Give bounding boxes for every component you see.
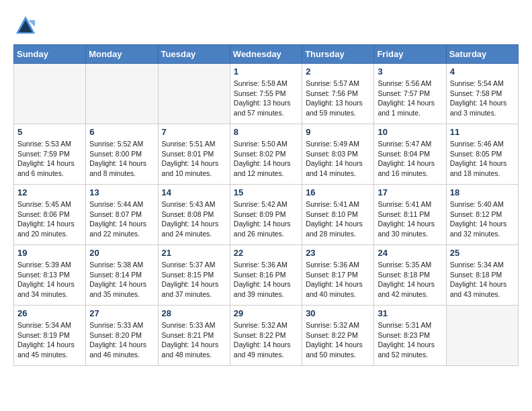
calendar-cell: 23Sunrise: 5:36 AMSunset: 8:17 PMDayligh… xyxy=(302,245,374,306)
weekday-sunday: Sunday xyxy=(14,45,86,64)
day-number: 11 xyxy=(450,127,515,137)
day-info: Sunrise: 5:31 AMSunset: 8:23 PMDaylight:… xyxy=(378,320,442,360)
calendar-cell: 30Sunrise: 5:32 AMSunset: 8:22 PMDayligh… xyxy=(302,306,374,366)
calendar-week-4: 19Sunrise: 5:39 AMSunset: 8:13 PMDayligh… xyxy=(14,245,519,306)
calendar-week-1: 1Sunrise: 5:58 AMSunset: 7:55 PMDaylight… xyxy=(14,64,519,124)
day-info: Sunrise: 5:36 AMSunset: 8:16 PMDaylight:… xyxy=(234,260,298,300)
day-info: Sunrise: 5:58 AMSunset: 7:55 PMDaylight:… xyxy=(234,79,298,118)
day-number: 12 xyxy=(17,187,82,197)
day-info: Sunrise: 5:40 AMSunset: 8:12 PMDaylight:… xyxy=(450,199,515,239)
page-header xyxy=(13,13,519,38)
calendar-cell xyxy=(14,64,86,124)
weekday-thursday: Thursday xyxy=(302,45,374,64)
day-info: Sunrise: 5:41 AMSunset: 8:10 PMDaylight:… xyxy=(306,199,370,239)
calendar-week-5: 26Sunrise: 5:34 AMSunset: 8:19 PMDayligh… xyxy=(14,306,519,366)
calendar-cell: 22Sunrise: 5:36 AMSunset: 8:16 PMDayligh… xyxy=(230,245,302,306)
calendar-cell: 2Sunrise: 5:57 AMSunset: 7:56 PMDaylight… xyxy=(302,64,374,124)
calendar-cell xyxy=(86,64,158,124)
day-info: Sunrise: 5:53 AMSunset: 7:59 PMDaylight:… xyxy=(17,139,82,179)
calendar-cell: 14Sunrise: 5:43 AMSunset: 8:08 PMDayligh… xyxy=(158,185,230,245)
day-number: 20 xyxy=(89,248,154,258)
calendar-cell: 8Sunrise: 5:50 AMSunset: 8:02 PMDaylight… xyxy=(230,124,302,185)
calendar-cell xyxy=(446,306,518,366)
day-number: 17 xyxy=(378,187,442,197)
day-number: 27 xyxy=(89,308,154,318)
day-number: 21 xyxy=(162,248,226,258)
calendar-header: SundayMondayTuesdayWednesdayThursdayFrid… xyxy=(14,45,519,64)
day-info: Sunrise: 5:36 AMSunset: 8:17 PMDaylight:… xyxy=(306,260,370,300)
calendar-cell: 31Sunrise: 5:31 AMSunset: 8:23 PMDayligh… xyxy=(374,306,446,366)
day-number: 14 xyxy=(162,187,226,197)
calendar-cell: 1Sunrise: 5:58 AMSunset: 7:55 PMDaylight… xyxy=(230,64,302,124)
day-number: 28 xyxy=(162,308,226,318)
calendar-cell: 28Sunrise: 5:33 AMSunset: 8:21 PMDayligh… xyxy=(158,306,230,366)
day-number: 1 xyxy=(234,66,298,77)
weekday-monday: Monday xyxy=(86,45,158,64)
calendar-cell: 24Sunrise: 5:35 AMSunset: 8:18 PMDayligh… xyxy=(374,245,446,306)
day-info: Sunrise: 5:50 AMSunset: 8:02 PMDaylight:… xyxy=(234,139,298,179)
day-number: 15 xyxy=(234,187,298,197)
day-number: 25 xyxy=(450,248,515,258)
day-info: Sunrise: 5:44 AMSunset: 8:07 PMDaylight:… xyxy=(89,199,154,239)
calendar-cell: 25Sunrise: 5:34 AMSunset: 8:18 PMDayligh… xyxy=(446,245,518,306)
day-number: 19 xyxy=(17,248,82,258)
calendar-cell: 21Sunrise: 5:37 AMSunset: 8:15 PMDayligh… xyxy=(158,245,230,306)
calendar-cell: 15Sunrise: 5:42 AMSunset: 8:09 PMDayligh… xyxy=(230,185,302,245)
day-number: 18 xyxy=(450,187,515,197)
weekday-saturday: Saturday xyxy=(446,45,518,64)
day-number: 6 xyxy=(89,127,154,137)
logo xyxy=(13,13,42,38)
calendar-cell: 13Sunrise: 5:44 AMSunset: 8:07 PMDayligh… xyxy=(86,185,158,245)
calendar-cell: 19Sunrise: 5:39 AMSunset: 8:13 PMDayligh… xyxy=(14,245,86,306)
day-number: 30 xyxy=(306,308,370,318)
day-info: Sunrise: 5:54 AMSunset: 7:58 PMDaylight:… xyxy=(450,79,515,118)
day-number: 13 xyxy=(89,187,154,197)
day-info: Sunrise: 5:46 AMSunset: 8:05 PMDaylight:… xyxy=(450,139,515,179)
day-info: Sunrise: 5:38 AMSunset: 8:14 PMDaylight:… xyxy=(89,260,154,300)
day-info: Sunrise: 5:35 AMSunset: 8:18 PMDaylight:… xyxy=(378,260,442,300)
day-number: 22 xyxy=(234,248,298,258)
calendar-cell: 16Sunrise: 5:41 AMSunset: 8:10 PMDayligh… xyxy=(302,185,374,245)
day-info: Sunrise: 5:32 AMSunset: 8:22 PMDaylight:… xyxy=(306,320,370,360)
calendar-cell: 3Sunrise: 5:56 AMSunset: 7:57 PMDaylight… xyxy=(374,64,446,124)
calendar-cell: 5Sunrise: 5:53 AMSunset: 7:59 PMDaylight… xyxy=(14,124,86,185)
day-info: Sunrise: 5:37 AMSunset: 8:15 PMDaylight:… xyxy=(162,260,226,300)
calendar-cell: 12Sunrise: 5:45 AMSunset: 8:06 PMDayligh… xyxy=(14,185,86,245)
calendar-cell: 17Sunrise: 5:41 AMSunset: 8:11 PMDayligh… xyxy=(374,185,446,245)
day-number: 29 xyxy=(234,308,298,318)
day-number: 3 xyxy=(378,66,442,77)
day-number: 7 xyxy=(162,127,226,137)
calendar-cell: 18Sunrise: 5:40 AMSunset: 8:12 PMDayligh… xyxy=(446,185,518,245)
day-number: 24 xyxy=(378,248,442,258)
calendar-cell: 26Sunrise: 5:34 AMSunset: 8:19 PMDayligh… xyxy=(14,306,86,366)
calendar-cell: 10Sunrise: 5:47 AMSunset: 8:04 PMDayligh… xyxy=(374,124,446,185)
day-info: Sunrise: 5:57 AMSunset: 7:56 PMDaylight:… xyxy=(306,79,370,118)
day-number: 8 xyxy=(234,127,298,137)
day-number: 2 xyxy=(306,66,370,77)
weekday-header-row: SundayMondayTuesdayWednesdayThursdayFrid… xyxy=(14,45,519,64)
day-number: 23 xyxy=(306,248,370,258)
weekday-tuesday: Tuesday xyxy=(158,45,230,64)
calendar-cell: 29Sunrise: 5:32 AMSunset: 8:22 PMDayligh… xyxy=(230,306,302,366)
logo-icon xyxy=(13,13,38,38)
day-info: Sunrise: 5:47 AMSunset: 8:04 PMDaylight:… xyxy=(378,139,442,179)
weekday-wednesday: Wednesday xyxy=(230,45,302,64)
day-info: Sunrise: 5:39 AMSunset: 8:13 PMDaylight:… xyxy=(17,260,82,300)
calendar-cell: 9Sunrise: 5:49 AMSunset: 8:03 PMDaylight… xyxy=(302,124,374,185)
day-info: Sunrise: 5:51 AMSunset: 8:01 PMDaylight:… xyxy=(162,139,226,179)
day-number: 9 xyxy=(306,127,370,137)
day-number: 31 xyxy=(378,308,442,318)
day-info: Sunrise: 5:33 AMSunset: 8:20 PMDaylight:… xyxy=(89,320,154,360)
weekday-friday: Friday xyxy=(374,45,446,64)
day-info: Sunrise: 5:45 AMSunset: 8:06 PMDaylight:… xyxy=(17,199,82,239)
day-number: 4 xyxy=(450,66,515,77)
calendar-cell xyxy=(158,64,230,124)
calendar-cell: 27Sunrise: 5:33 AMSunset: 8:20 PMDayligh… xyxy=(86,306,158,366)
calendar-body: 1Sunrise: 5:58 AMSunset: 7:55 PMDaylight… xyxy=(14,64,519,366)
calendar-week-3: 12Sunrise: 5:45 AMSunset: 8:06 PMDayligh… xyxy=(14,185,519,245)
day-info: Sunrise: 5:42 AMSunset: 8:09 PMDaylight:… xyxy=(234,199,298,239)
day-info: Sunrise: 5:32 AMSunset: 8:22 PMDaylight:… xyxy=(234,320,298,360)
day-info: Sunrise: 5:52 AMSunset: 8:00 PMDaylight:… xyxy=(89,139,154,179)
day-number: 5 xyxy=(17,127,82,137)
calendar-cell: 7Sunrise: 5:51 AMSunset: 8:01 PMDaylight… xyxy=(158,124,230,185)
